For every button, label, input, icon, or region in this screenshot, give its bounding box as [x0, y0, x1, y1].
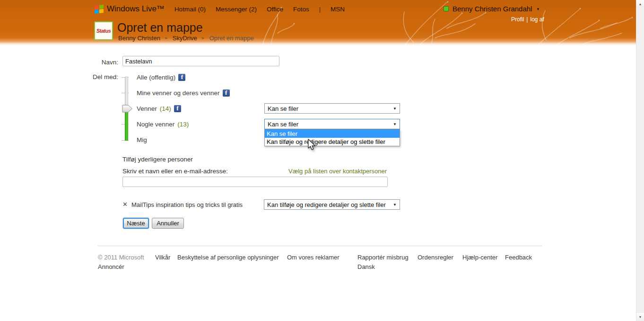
chevron-down-icon: ▼ — [393, 203, 397, 207]
page-title: Opret en mappe — [117, 21, 203, 35]
facebook-icon: f — [178, 74, 185, 81]
footer-link-code-of-conduct[interactable]: Ordensregler — [418, 254, 453, 261]
vertical-scrollbar[interactable]: ▲ ▼ — [636, 0, 644, 321]
header: Windows Live™ Hotmail (0) Messenger (2) … — [0, 0, 636, 46]
breadcrumb-arrow-icon: ► — [165, 36, 168, 40]
nav-msn[interactable]: MSN — [331, 6, 345, 13]
breadcrumb-current: Opret en mappe — [209, 35, 254, 42]
friends-permission-value: Kan se filer — [268, 105, 298, 112]
share-level-everyone[interactable]: Alle (offentlig) f — [137, 74, 185, 81]
footer-divider — [98, 246, 542, 246]
user-menu[interactable]: Benny Christen Grandahl ▾ — [444, 5, 539, 13]
facebook-icon: f — [223, 89, 230, 97]
footer-link-feedback[interactable]: Feedback — [505, 254, 532, 261]
footer-link-privacy[interactable]: Beskyttelse af personlige oplysninger — [177, 254, 279, 261]
share-level-count: (14) — [160, 105, 171, 112]
share-level-label: Mine venner og deres venner — [137, 89, 220, 97]
chevron-down-icon: ▾ — [537, 7, 539, 11]
footer-link-advertise[interactable]: Annoncér — [98, 263, 124, 270]
footer-link-help-center[interactable]: Hjælp-center — [462, 254, 497, 261]
scroll-down-icon[interactable]: ▼ — [636, 313, 644, 321]
share-level-count: (13) — [177, 121, 189, 128]
name-label: Navn: — [80, 59, 118, 66]
profil-link[interactable]: Profil — [511, 16, 524, 23]
skydrive-create-folder-page: Windows Live™ Hotmail (0) Messenger (2) … — [0, 0, 644, 321]
footer-link-language[interactable]: Dansk — [357, 263, 375, 270]
windows-live-logo-icon — [95, 4, 104, 13]
top-navigation: Windows Live™ Hotmail (0) Messenger (2) … — [95, 4, 345, 14]
nav-messenger[interactable]: Messenger (2) — [216, 6, 257, 13]
next-button[interactable]: Næste — [123, 218, 149, 229]
mailtips-permission-select[interactable]: Kan tilføje og redigere detaljer og slet… — [264, 199, 400, 210]
user-name: Benny Christen Grandahl — [453, 5, 532, 13]
nav-hotmail[interactable]: Hotmail (0) — [174, 6, 206, 13]
nav-separator: | — [319, 6, 321, 13]
windows-live-brand[interactable]: Windows Live™ — [95, 4, 165, 14]
mailtips-permission-value: Kan tilføje og redigere detaljer og slet… — [267, 201, 386, 208]
share-level-me[interactable]: Mig — [137, 136, 147, 143]
logoff-link[interactable]: log af — [530, 16, 544, 23]
footer-link-report-abuse[interactable]: Rapportér misbrug — [357, 254, 409, 261]
share-level-label: Venner — [137, 105, 157, 112]
breadcrumb-arrow-icon: ► — [201, 36, 205, 40]
chevron-down-icon: ▼ — [393, 122, 397, 126]
add-people-input-label: Skriv et navn eller en e-mail-adresse: — [122, 168, 228, 175]
friends-permission-select[interactable]: Kan se filer ▼ — [264, 103, 400, 114]
add-people-heading: Tilføj yderligere personer — [122, 156, 193, 163]
nav-fotos[interactable]: Fotos — [293, 6, 309, 13]
share-level-friends-of-friends[interactable]: Mine venner og deres venner f — [137, 89, 230, 97]
copyright-text: © 2011 Microsoft — [98, 254, 144, 261]
mailtips-label: MailTips inspiration tips og tricks til … — [131, 201, 243, 208]
breadcrumb-user[interactable]: Benny Christen — [118, 35, 160, 42]
cancel-button[interactable]: Annuller — [152, 218, 184, 229]
some-friends-permission-select[interactable]: Kan se filer ▼ — [264, 119, 400, 129]
chevron-down-icon: ▼ — [393, 107, 397, 111]
avatar-text: Status — [96, 28, 111, 34]
presence-online-icon — [444, 6, 449, 11]
brand-label: Windows Live™ — [107, 4, 165, 14]
footer-link-ads[interactable]: Om vores reklamer — [287, 254, 339, 261]
share-with-label: Del med: — [80, 73, 118, 80]
share-slider-thumb[interactable] — [122, 105, 133, 115]
share-level-label: Mig — [137, 136, 147, 143]
share-level-label: Nogle venner — [137, 121, 174, 128]
contacts-list-link[interactable]: Vælg på listen over kontaktpersoner — [288, 168, 387, 175]
nav-office[interactable]: Office — [267, 6, 283, 13]
folder-name-input[interactable] — [122, 56, 279, 66]
share-level-some-friends[interactable]: Nogle venner (13) — [137, 121, 189, 128]
share-level-label: Alle (offentlig) — [137, 74, 175, 81]
breadcrumb: Benny Christen ► SkyDrive ► Opret en map… — [118, 35, 254, 42]
avatar: Status — [94, 21, 113, 40]
footer-link-terms[interactable]: Vilkår — [155, 254, 170, 261]
add-people-input[interactable] — [122, 177, 388, 187]
some-friends-permission-value: Kan se filer — [268, 121, 298, 128]
option-edit-files[interactable]: Kan tilføje og redigere detaljer og slet… — [265, 138, 400, 146]
option-view-files[interactable]: Kan se filer — [265, 130, 400, 138]
account-links-separator: | — [526, 16, 528, 23]
remove-icon[interactable]: ✕ — [122, 201, 128, 208]
facebook-icon: f — [174, 105, 181, 112]
breadcrumb-skydrive[interactable]: SkyDrive — [173, 35, 197, 42]
scroll-up-icon[interactable]: ▲ — [636, 0, 644, 8]
account-links: Profil | log af — [511, 16, 544, 23]
share-slider-track-upper[interactable] — [125, 77, 128, 109]
share-level-friends[interactable]: Venner (14) f — [137, 105, 181, 112]
permission-options-panel: Kan se filer Kan tilføje og redigere det… — [264, 129, 400, 146]
